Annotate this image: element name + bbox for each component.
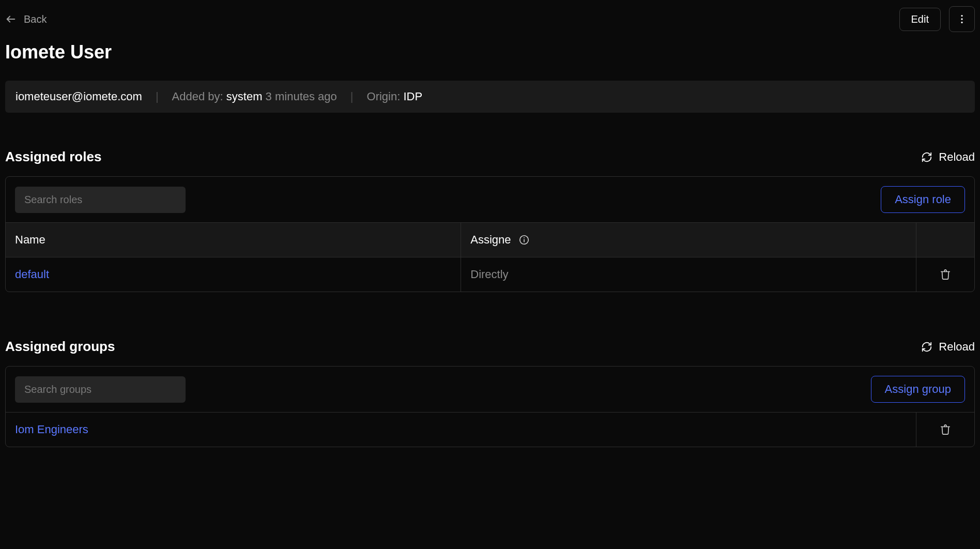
svg-point-3 xyxy=(961,22,962,23)
search-groups-input[interactable] xyxy=(15,376,186,403)
roles-table: Name Assigne default Directl xyxy=(6,222,974,292)
table-header-row: Name Assigne xyxy=(6,223,974,257)
added-by-label: Added by: xyxy=(172,90,223,103)
added-by-value: system xyxy=(226,90,263,103)
user-info-bar: iometeuser@iomete.com | Added by: system… xyxy=(5,81,975,113)
groups-table: Iom Engineers xyxy=(6,412,974,447)
roles-reload-button[interactable]: Reload xyxy=(921,150,975,164)
svg-point-6 xyxy=(524,237,525,238)
added-time: 3 minutes ago xyxy=(266,90,337,103)
divider: | xyxy=(350,90,354,103)
divider: | xyxy=(156,90,159,103)
arrow-left-icon xyxy=(5,13,17,25)
column-actions xyxy=(916,223,974,257)
assign-group-button[interactable]: Assign group xyxy=(871,376,965,403)
page-title: Iomete User xyxy=(5,41,975,63)
edit-button[interactable]: Edit xyxy=(899,8,941,31)
roles-section-title: Assigned roles xyxy=(5,149,101,165)
origin-value: IDP xyxy=(403,90,422,103)
groups-panel: Assign group Iom Engineers xyxy=(5,366,975,447)
svg-point-2 xyxy=(961,18,962,20)
delete-role-button[interactable] xyxy=(926,269,965,280)
role-link[interactable]: default xyxy=(15,268,49,281)
groups-section-title: Assigned groups xyxy=(5,339,115,355)
column-name: Name xyxy=(6,223,461,257)
table-row: Iom Engineers xyxy=(6,413,974,447)
trash-icon xyxy=(940,269,951,280)
table-row: default Directly xyxy=(6,257,974,292)
info-icon[interactable] xyxy=(518,234,530,246)
reload-icon xyxy=(921,151,932,163)
group-link[interactable]: Iom Engineers xyxy=(15,423,88,436)
reload-icon xyxy=(921,341,932,353)
role-assigne: Directly xyxy=(470,268,508,281)
more-actions-button[interactable] xyxy=(949,6,975,32)
back-label: Back xyxy=(24,13,47,25)
back-link[interactable]: Back xyxy=(5,13,47,25)
svg-point-1 xyxy=(961,15,962,17)
dots-vertical-icon xyxy=(956,13,968,25)
groups-reload-button[interactable]: Reload xyxy=(921,340,975,354)
origin-label: Origin: xyxy=(367,90,401,103)
user-email: iometeuser@iomete.com xyxy=(16,90,142,103)
roles-panel: Assign role Name Assigne xyxy=(5,176,975,292)
search-roles-input[interactable] xyxy=(15,187,186,213)
column-assigne: Assigne xyxy=(461,223,916,257)
trash-icon xyxy=(940,424,951,435)
column-assigne-label: Assigne xyxy=(470,233,511,247)
reload-label: Reload xyxy=(939,340,975,354)
reload-label: Reload xyxy=(939,150,975,164)
delete-group-button[interactable] xyxy=(926,424,965,435)
assign-role-button[interactable]: Assign role xyxy=(881,186,965,213)
